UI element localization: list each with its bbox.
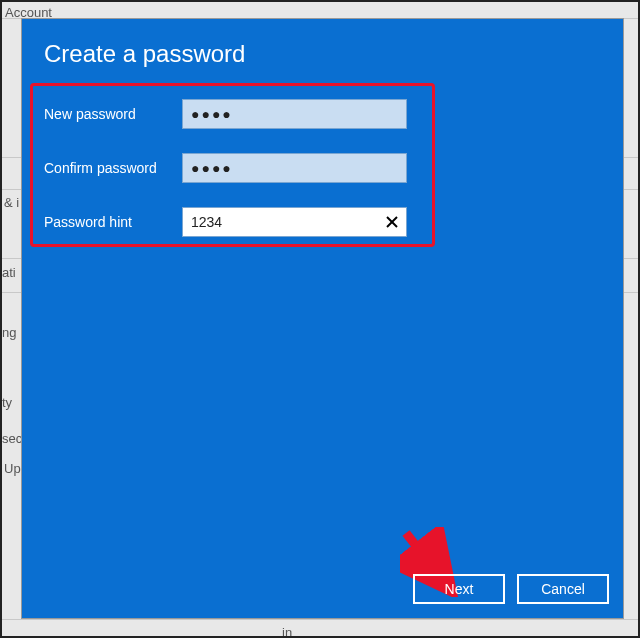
confirm-password-input-wrap [182,153,407,183]
close-icon [385,215,399,229]
confirm-password-input[interactable] [182,153,407,183]
next-button[interactable]: Next [413,574,505,604]
bg-text-fragment: ati [2,265,16,280]
cancel-button[interactable]: Cancel [517,574,609,604]
bg-text-fragment: & i [4,195,19,210]
bg-text-fragment: in [282,625,292,638]
new-password-input-wrap [182,99,407,129]
bg-text-fragment: ng [2,325,16,340]
bg-text-fragment: sec [2,431,22,446]
dialog-buttons: Next Cancel [413,574,609,604]
clear-input-button[interactable] [377,207,407,237]
dialog-title: Create a password [22,19,623,68]
password-hint-input-wrap [182,207,407,237]
bg-text-fragment: Up [4,461,21,476]
new-password-input[interactable] [182,99,407,129]
password-hint-input[interactable] [182,207,407,237]
new-password-row: New password [44,99,424,129]
confirm-password-label: Confirm password [44,160,182,176]
password-hint-row: Password hint [44,207,424,237]
svg-line-3 [406,533,442,579]
bg-text-fragment: ty [2,395,12,410]
new-password-label: New password [44,106,182,122]
confirm-password-row: Confirm password [44,153,424,183]
password-hint-label: Password hint [44,214,182,230]
bg-divider [2,619,638,620]
create-password-dialog: Create a password New password Confirm p… [21,18,624,619]
